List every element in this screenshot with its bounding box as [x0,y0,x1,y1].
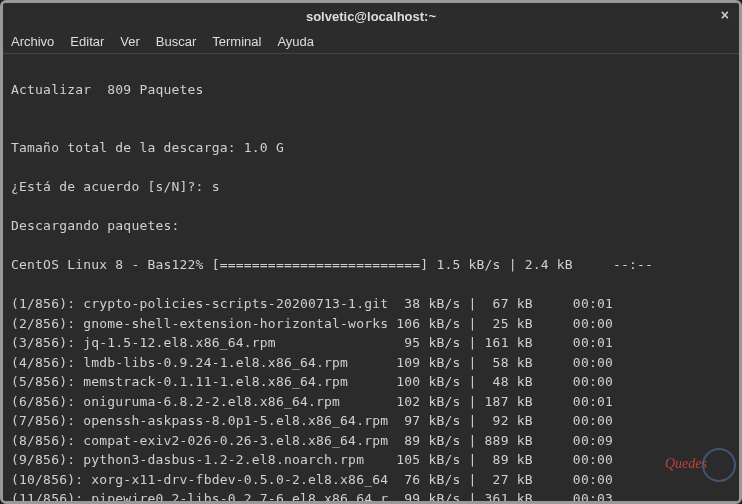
download-row: (2/856): gnome-shell-extension-horizonta… [11,314,731,334]
download-row: (7/856): openssh-askpass-8.0p1-5.el8.x86… [11,411,731,431]
download-row: (6/856): oniguruma-6.8.2-2.el8.x86_64.rp… [11,392,731,412]
download-row: (1/856): crypto-policies-scripts-2020071… [11,294,731,314]
download-row: (5/856): memstrack-0.1.11-1.el8.x86_64.r… [11,372,731,392]
menu-terminal[interactable]: Terminal [212,34,261,49]
close-icon[interactable]: × [721,7,729,23]
download-row: (11/856): pipewire0.2-libs-0.2.7-6.el8.x… [11,489,731,504]
menu-archivo[interactable]: Archivo [11,34,54,49]
window-titlebar: solvetic@localhost:~ × [3,3,739,30]
download-row: (3/856): jq-1.5-12.el8.x86_64.rpm 95 kB/… [11,333,731,353]
menu-editar[interactable]: Editar [70,34,104,49]
repo-progress: CentOS Linux 8 - Bas122% [==============… [11,255,731,275]
menu-bar: Archivo Editar Ver Buscar Terminal Ayuda [3,30,739,54]
terminal-output[interactable]: Actualizar 809 Paquetes Tamaño total de … [3,54,739,504]
download-rows: (1/856): crypto-policies-scripts-2020071… [11,294,731,504]
download-row: (4/856): lmdb-libs-0.9.24-1.el8.x86_64.r… [11,353,731,373]
downloading-header: Descargando paquetes: [11,216,731,236]
watermark-text: Quedes [665,456,707,472]
menu-buscar[interactable]: Buscar [156,34,196,49]
confirm-prompt: ¿Está de acuerdo [s/N]?: s [11,177,731,197]
download-row: (10/856): xorg-x11-drv-fbdev-0.5.0-2.el8… [11,470,731,490]
download-row: (8/856): compat-exiv2-026-0.26-3.el8.x86… [11,431,731,451]
window-title: solvetic@localhost:~ [306,9,436,24]
update-summary: Actualizar 809 Paquetes [11,80,731,100]
download-size: Tamaño total de la descarga: 1.0 G [11,138,731,158]
menu-ver[interactable]: Ver [120,34,140,49]
download-row: (9/856): python3-dasbus-1.2-2.el8.noarch… [11,450,731,470]
menu-ayuda[interactable]: Ayuda [277,34,314,49]
watermark-circle-icon [702,448,736,482]
